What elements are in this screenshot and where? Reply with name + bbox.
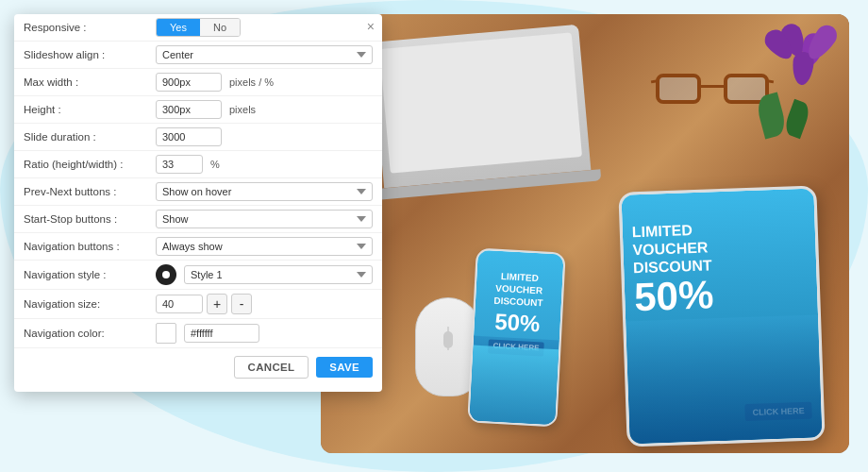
nav-style-row: Navigation style : Style 1 Style 2 Style… (14, 261, 382, 290)
prev-next-label: Prev-Next buttons : (24, 185, 156, 199)
max-width-unit: pixels / % (229, 76, 274, 88)
slide-duration-label: Slide duration : (24, 130, 156, 144)
nav-style-label: Navigation style : (24, 268, 156, 282)
max-width-row: Max width : pixels / % (14, 69, 382, 96)
nav-buttons-select[interactable]: Always show Show on hover Hide (156, 237, 373, 256)
start-stop-control: Show Hide (156, 210, 373, 228)
nav-size-row: Navigation size: + - (14, 290, 382, 319)
nav-style-control: Style 1 Style 2 Style 3 (156, 264, 373, 285)
slide-duration-control (156, 127, 373, 146)
max-width-control: pixels / % (156, 73, 373, 92)
prev-next-select[interactable]: Show on hover Always show Hide (156, 182, 373, 201)
responsive-label: Responsive : (24, 21, 156, 35)
start-stop-label: Start-Stop buttons : (24, 212, 156, 227)
tablet-mockup: LIMITED VOUCHER DISCOUNT 50% CLICK HERE (618, 185, 825, 447)
nav-color-label: Navigation color: (24, 327, 156, 341)
tablet-percent: 50% (634, 271, 809, 316)
max-width-label: Max width : (24, 76, 156, 90)
ratio-label: Ratio (height/width) : (24, 158, 156, 172)
responsive-toggle: Yes No (156, 18, 241, 37)
ratio-input[interactable] (156, 155, 203, 174)
nav-style-icon (156, 264, 176, 285)
nav-style-select[interactable]: Style 1 Style 2 Style 3 (184, 265, 373, 284)
slide-duration-input[interactable] (156, 127, 222, 146)
nav-buttons-control: Always show Show on hover Hide (156, 237, 373, 256)
tablet-text2: VOUCHER (632, 240, 709, 259)
photo-area: LIMITED VOUCHER DISCOUNT 50% CLICK HERE … (321, 14, 849, 453)
slideshow-align-label: Slideshow align : (24, 48, 156, 62)
responsive-row: Responsive : Yes No (14, 14, 382, 42)
flowers-decoration (755, 24, 840, 137)
phone-text2: VOUCHER (495, 283, 543, 296)
slide-duration-row: Slide duration : (14, 124, 382, 151)
nav-size-control: + - (156, 294, 373, 314)
settings-dialog: × Responsive : Yes No Slideshow align : … (14, 14, 382, 392)
ratio-row: Ratio (height/width) : % (14, 151, 382, 178)
responsive-yes-button[interactable]: Yes (157, 19, 200, 36)
nav-size-label: Navigation size: (24, 297, 156, 312)
height-unit: pixels (229, 104, 256, 115)
prev-next-control: Show on hover Always show Hide (156, 182, 373, 201)
slideshow-align-row: Slideshow align : Center Left Right (14, 42, 382, 69)
nav-buttons-label: Navigation buttons : (24, 240, 156, 254)
dialog-footer: CANCEL SAVE (14, 348, 382, 379)
nav-color-row: Navigation color: (14, 319, 382, 348)
max-width-input[interactable] (156, 73, 222, 92)
nav-buttons-row: Navigation buttons : Always show Show on… (14, 233, 382, 261)
nav-size-increment-button[interactable]: + (207, 294, 227, 314)
height-control: pixels (156, 100, 373, 119)
nav-size-input[interactable] (156, 295, 203, 313)
cancel-button[interactable]: CANCEL (234, 356, 309, 379)
phone-text1: LIMITED (501, 271, 540, 283)
start-stop-select[interactable]: Show Hide (156, 210, 373, 228)
slideshow-align-select[interactable]: Center Left Right (156, 45, 373, 64)
responsive-no-button[interactable]: No (200, 19, 240, 36)
slideshow-align-control: Center Left Right (156, 45, 373, 64)
start-stop-row: Start-Stop buttons : Show Hide (14, 206, 382, 233)
laptop-image (372, 25, 592, 189)
prev-next-row: Prev-Next buttons : Show on hover Always… (14, 178, 382, 206)
ratio-control: % (156, 155, 373, 174)
nav-color-swatch[interactable] (156, 323, 176, 344)
ratio-unit: % (210, 159, 220, 170)
tablet-text1: LIMITED (632, 222, 693, 240)
save-button[interactable]: SAVE (316, 357, 373, 378)
phone-mockup: LIMITED VOUCHER DISCOUNT 50% CLICK HERE (467, 248, 566, 428)
height-label: Height : (24, 103, 156, 117)
height-input[interactable] (156, 100, 222, 119)
responsive-control: Yes No (156, 18, 373, 37)
nav-color-input[interactable] (184, 324, 259, 343)
phone-percent: 50% (478, 306, 557, 339)
dialog-close-button[interactable]: × (367, 20, 375, 33)
height-row: Height : pixels (14, 96, 382, 124)
nav-size-decrement-button[interactable]: - (231, 294, 252, 314)
nav-color-control (156, 323, 373, 344)
